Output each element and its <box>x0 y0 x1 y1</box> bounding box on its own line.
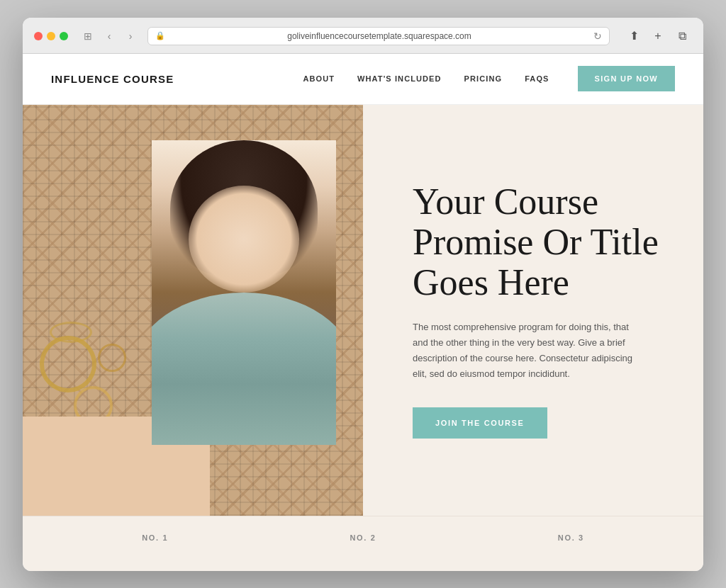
nav-faqs[interactable]: FAQS <box>525 74 549 83</box>
signup-button[interactable]: SIGN UP NOW <box>578 66 676 91</box>
nav-pricing[interactable]: PRICING <box>464 74 503 83</box>
hero-portrait-photo <box>152 140 336 445</box>
hero-title: Your Course Promise Or Title Goes Here <box>413 181 661 303</box>
browser-controls: ⊞ ‹ › <box>79 29 139 43</box>
browser-actions: ⬆ + ⧉ <box>624 26 692 46</box>
browser-window: ⊞ ‹ › 🔒 goliveinfluencecoursetemplate.sq… <box>23 18 703 571</box>
address-bar[interactable]: 🔒 goliveinfluencecoursetemplate.squaresp… <box>147 27 610 45</box>
footer-number-3: NO. 3 <box>558 533 584 542</box>
new-tab-button[interactable]: + <box>648 26 668 46</box>
glasses-decoration <box>50 322 92 343</box>
close-button[interactable] <box>34 32 43 40</box>
hero-images <box>23 105 363 516</box>
share-button[interactable]: ⬆ <box>624 26 644 46</box>
hero-section: Your Course Promise Or Title Goes Here T… <box>23 105 703 516</box>
refresh-icon[interactable]: ↻ <box>593 30 602 42</box>
browser-chrome: ⊞ ‹ › 🔒 goliveinfluencecoursetemplate.sq… <box>23 18 703 54</box>
back-button[interactable]: ‹ <box>101 29 118 43</box>
page-content: INFLUENCE COURSE ABOUT WHAT'S INCLUDED P… <box>23 54 703 571</box>
footer-number-1: NO. 1 <box>142 533 168 542</box>
minimize-button[interactable] <box>47 32 55 40</box>
sidebar-toggle-button[interactable]: ⊞ <box>79 29 96 43</box>
maximize-button[interactable] <box>60 32 68 40</box>
hero-content: Your Course Promise Or Title Goes Here T… <box>363 105 703 516</box>
ring-decoration-1 <box>40 336 96 392</box>
page-footer: NO. 1 NO. 2 NO. 3 <box>23 516 703 559</box>
lock-icon: 🔒 <box>155 31 165 40</box>
ring-decoration-3 <box>98 344 126 372</box>
navbar: INFLUENCE COURSE ABOUT WHAT'S INCLUDED P… <box>23 54 703 105</box>
traffic-lights <box>34 32 68 40</box>
tab-overview-button[interactable]: ⧉ <box>672 26 692 46</box>
portrait-face <box>189 186 299 293</box>
hero-description: The most comprehensive program for doing… <box>413 320 640 382</box>
portrait-body <box>152 293 336 445</box>
forward-button[interactable]: › <box>122 29 139 43</box>
nav-about[interactable]: ABOUT <box>303 74 335 83</box>
url-display: goliveinfluencecoursetemplate.squarespac… <box>169 31 589 41</box>
site-logo[interactable]: INFLUENCE COURSE <box>51 73 174 85</box>
nav-whats-included[interactable]: WHAT'S INCLUDED <box>357 74 442 83</box>
footer-number-2: NO. 2 <box>350 533 376 542</box>
join-course-button[interactable]: JOIN THE COURSE <box>413 407 547 439</box>
nav-menu: ABOUT WHAT'S INCLUDED PRICING FAQS <box>303 74 549 83</box>
